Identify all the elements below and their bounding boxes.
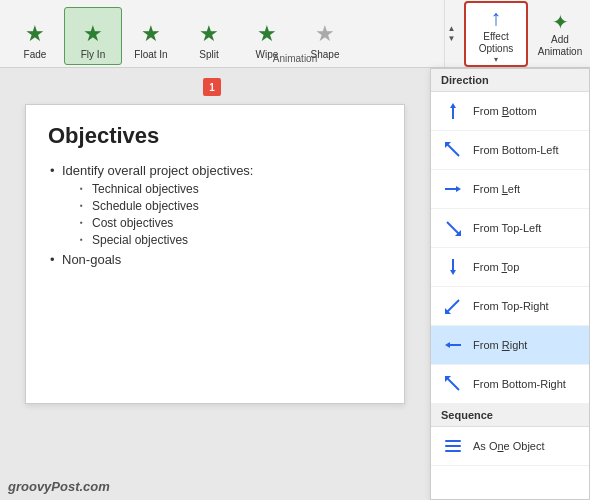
list-item: Special objectives [78, 233, 382, 247]
svg-marker-9 [450, 270, 456, 275]
from-bottom-left-label: From Bottom-Left [473, 144, 559, 156]
menu-item-from-right[interactable]: From Right [431, 326, 589, 365]
from-bottom-right-label: From Bottom-Right [473, 378, 566, 390]
slide-area: 1 Objectives Identify overall project ob… [0, 68, 430, 500]
svg-line-14 [447, 378, 459, 390]
from-top-right-label: From Top-Right [473, 300, 549, 312]
from-left-label: From Left [473, 183, 520, 195]
ribbon: ★ Fade ★ Fly In ★ Float In ★ Split ★ Wip… [0, 0, 590, 68]
svg-rect-16 [445, 440, 461, 442]
svg-line-10 [447, 300, 459, 312]
from-right-label: From Right [473, 339, 527, 351]
menu-item-from-left[interactable]: From Left [431, 170, 589, 209]
svg-line-6 [447, 222, 459, 234]
list-item: Technical objectives [78, 182, 382, 196]
menu-item-from-bottom[interactable]: From Bottom [431, 92, 589, 131]
add-animation-label-line2: Animation [538, 46, 582, 58]
svg-line-2 [447, 144, 459, 156]
float-in-icon: ★ [141, 21, 161, 47]
wipe-icon: ★ [257, 21, 277, 47]
as-one-object-label: As One Object [473, 440, 545, 452]
slide-list: Identify overall project objectives: Tec… [48, 163, 382, 267]
effect-options-chevron: ▾ [494, 55, 498, 64]
slide-title: Objectives [48, 123, 382, 149]
svg-marker-13 [445, 342, 450, 348]
from-right-icon [441, 333, 465, 357]
add-animation-icon: ✦ [552, 10, 569, 34]
anim-split[interactable]: ★ Split [180, 7, 238, 65]
svg-rect-17 [445, 445, 461, 447]
from-top-right-icon [441, 294, 465, 318]
add-animation-label-line1: Add [551, 34, 569, 46]
sequence-section-header: Sequence [431, 404, 589, 427]
menu-item-from-top-right[interactable]: From Top-Right [431, 287, 589, 326]
float-in-label: Float In [134, 49, 167, 60]
from-bottom-icon [441, 99, 465, 123]
effect-options-label-line2: Options [479, 43, 513, 55]
list-item: Schedule objectives [78, 199, 382, 213]
slide-content: Objectives Identify overall project obje… [25, 104, 405, 404]
menu-item-from-top-left[interactable]: From Top-Left [431, 209, 589, 248]
menu-item-from-bottom-right[interactable]: From Bottom-Right [431, 365, 589, 404]
direction-section-header: Direction [431, 69, 589, 92]
effect-options-icon: ↑ [491, 5, 502, 31]
svg-marker-5 [456, 186, 461, 192]
from-bottom-left-icon [441, 138, 465, 162]
anim-float-in[interactable]: ★ Float In [122, 7, 180, 65]
from-bottom-label: From Bottom [473, 105, 537, 117]
from-bottom-right-icon [441, 372, 465, 396]
from-top-left-icon [441, 216, 465, 240]
watermark: groovyPost.com [8, 479, 110, 494]
fade-icon: ★ [25, 21, 45, 47]
from-top-label: From Top [473, 261, 519, 273]
fly-in-label: Fly In [81, 49, 105, 60]
anim-fly-in[interactable]: ★ Fly In [64, 7, 122, 65]
animation-group: ★ Fade ★ Fly In ★ Float In ★ Split ★ Wip… [0, 0, 444, 67]
list-item: Identify overall project objectives: Tec… [48, 163, 382, 247]
effect-options-label-line1: Effect [483, 31, 508, 43]
as-one-object-icon [441, 434, 465, 458]
list-item: Cost objectives [78, 216, 382, 230]
animation-group-label: Animation [273, 53, 317, 64]
svg-rect-18 [445, 450, 461, 452]
menu-item-as-one-object[interactable]: As One Object [431, 427, 589, 466]
slide-thumbnail-row: 1 [203, 78, 227, 96]
list-item: Non-goals [48, 252, 382, 267]
menu-item-from-top[interactable]: From Top [431, 248, 589, 287]
svg-marker-1 [450, 103, 456, 108]
from-left-icon [441, 177, 465, 201]
slide-number: 1 [203, 78, 221, 96]
main-area: 1 Objectives Identify overall project ob… [0, 68, 590, 500]
effect-options-button[interactable]: ↑ Effect Options ▾ [464, 1, 528, 67]
shape-icon: ★ [315, 21, 335, 47]
dropdown-panel: Direction From Bottom From Bottom-Left F… [430, 68, 590, 500]
slide-sublist: Technical objectives Schedule objectives… [62, 182, 382, 247]
add-animation-button[interactable]: ✦ Add Animation [532, 1, 588, 67]
split-label: Split [199, 49, 218, 60]
fly-in-icon: ★ [83, 21, 103, 47]
anim-fade[interactable]: ★ Fade [6, 7, 64, 65]
ribbon-scroll-up[interactable]: ▲ ▼ [444, 0, 458, 67]
fade-label: Fade [24, 49, 47, 60]
from-top-left-label: From Top-Left [473, 222, 541, 234]
menu-item-from-bottom-left[interactable]: From Bottom-Left [431, 131, 589, 170]
split-icon: ★ [199, 21, 219, 47]
from-top-icon [441, 255, 465, 279]
